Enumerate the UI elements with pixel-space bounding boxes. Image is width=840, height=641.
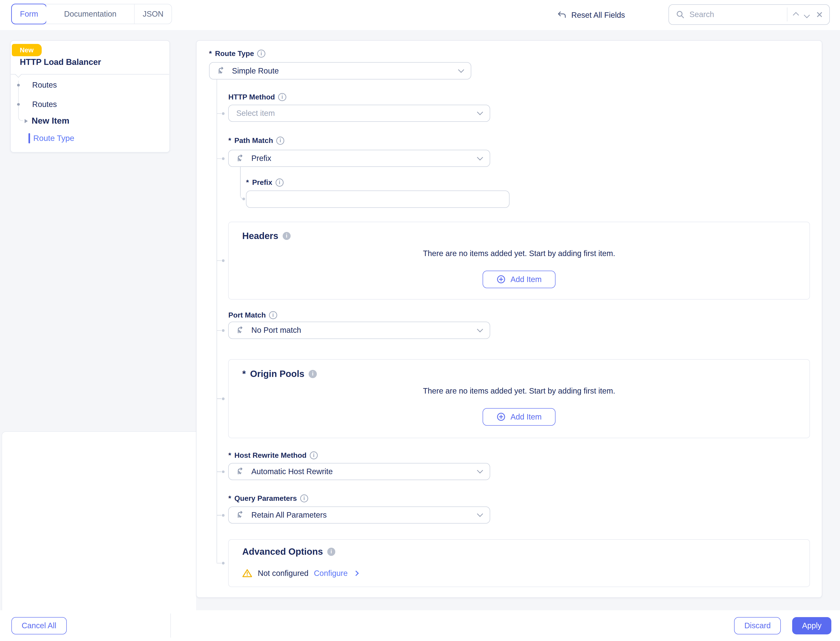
connector-dot bbox=[222, 157, 225, 160]
tab-documentation[interactable]: Documentation bbox=[46, 4, 134, 24]
chevron-down-icon bbox=[458, 67, 464, 73]
search-prev-button[interactable] bbox=[793, 8, 799, 20]
info-icon[interactable] bbox=[300, 494, 308, 502]
new-badge: New bbox=[12, 44, 42, 56]
info-icon[interactable] bbox=[327, 548, 335, 556]
sidebar-item-new-item[interactable]: New Item bbox=[32, 116, 69, 126]
collapse-notch-icon bbox=[15, 71, 22, 77]
chevron-up-icon bbox=[793, 12, 799, 18]
connector-stub bbox=[216, 158, 221, 159]
add-item-button[interactable]: Add Item bbox=[483, 271, 556, 288]
label-text: Query Parameters bbox=[234, 494, 297, 502]
connector-stub bbox=[216, 330, 221, 331]
sidebar-item-routes-1[interactable]: Routes bbox=[32, 81, 57, 89]
tab-json[interactable]: JSON bbox=[134, 4, 171, 24]
connector-stub bbox=[216, 472, 221, 472]
search-icon bbox=[676, 10, 685, 19]
route-branch-icon bbox=[217, 66, 226, 75]
label-text: HTTP Method bbox=[228, 93, 275, 101]
chevron-right-icon bbox=[353, 570, 359, 576]
connector-dot bbox=[222, 562, 225, 565]
route-type-select[interactable]: Simple Route bbox=[209, 62, 471, 79]
http-method-label: HTTP Method bbox=[228, 92, 286, 102]
footer-divider bbox=[170, 614, 171, 638]
selected-item-bar bbox=[29, 133, 30, 143]
required-marker: * bbox=[228, 451, 231, 460]
origin-pools-empty-text: There are no items added yet. Start by a… bbox=[229, 387, 809, 395]
connector-stub bbox=[216, 113, 221, 114]
sidebar-item-routes-2[interactable]: Routes bbox=[32, 100, 57, 109]
required-marker: * bbox=[228, 136, 231, 145]
info-icon[interactable] bbox=[276, 179, 284, 187]
section-title-text: Advanced Options bbox=[242, 546, 323, 557]
http-method-select[interactable]: Select item bbox=[228, 105, 490, 122]
required-marker: * bbox=[228, 494, 231, 502]
connector-dot bbox=[222, 329, 225, 332]
tab-form[interactable]: Form bbox=[11, 4, 47, 24]
connector-stub bbox=[216, 260, 221, 261]
undo-icon bbox=[557, 11, 567, 19]
route-branch-icon bbox=[236, 154, 245, 163]
search-box bbox=[669, 4, 830, 25]
arrow-right-icon bbox=[24, 119, 28, 123]
search-divider bbox=[787, 8, 787, 21]
host-rewrite-value: Automatic Host Rewrite bbox=[252, 467, 333, 476]
section-title-text: Headers bbox=[242, 231, 278, 241]
info-icon[interactable] bbox=[257, 50, 265, 58]
connector-dot bbox=[222, 514, 225, 517]
advanced-options-title: Advanced Options bbox=[242, 546, 335, 557]
info-icon[interactable] bbox=[283, 232, 291, 240]
discard-button[interactable]: Discard bbox=[734, 617, 781, 635]
query-parameters-select[interactable]: Retain All Parameters bbox=[228, 506, 490, 524]
host-rewrite-label: * Host Rewrite Method bbox=[228, 450, 318, 461]
cancel-all-button[interactable]: Cancel All bbox=[11, 617, 67, 635]
bullet-dot-icon bbox=[17, 103, 20, 106]
path-match-value: Prefix bbox=[252, 154, 271, 163]
path-match-label: * Path Match bbox=[228, 135, 284, 146]
path-match-select[interactable]: Prefix bbox=[228, 150, 490, 167]
search-next-button[interactable] bbox=[804, 8, 810, 20]
sidebar-item-route-type[interactable]: Route Type bbox=[33, 134, 74, 143]
origin-pools-title: * Origin Pools bbox=[242, 369, 317, 379]
top-toolbar: Form Documentation JSON Reset All Fields bbox=[0, 0, 840, 30]
port-match-value: No Port match bbox=[252, 326, 301, 335]
headers-empty-text: There are no items added yet. Start by a… bbox=[229, 249, 809, 258]
reset-all-fields-button[interactable]: Reset All Fields bbox=[557, 0, 625, 30]
advanced-options-section: Advanced Options Not configured Configur… bbox=[228, 539, 810, 587]
add-item-button[interactable]: Add Item bbox=[483, 408, 556, 426]
connector-dot bbox=[222, 470, 225, 473]
info-icon[interactable] bbox=[310, 451, 318, 459]
connector-stub bbox=[216, 563, 221, 564]
info-icon[interactable] bbox=[276, 137, 284, 145]
search-input[interactable] bbox=[690, 10, 785, 19]
connector-dot bbox=[222, 398, 225, 400]
left-background-panel bbox=[2, 432, 196, 641]
tree-connector-elbow bbox=[18, 114, 23, 121]
apply-button[interactable]: Apply bbox=[792, 617, 831, 635]
configure-link[interactable]: Configure bbox=[314, 569, 347, 578]
host-rewrite-select[interactable]: Automatic Host Rewrite bbox=[228, 463, 490, 480]
route-branch-icon bbox=[236, 326, 245, 335]
label-text: Host Rewrite Method bbox=[234, 451, 307, 460]
view-tab-group: Form Documentation JSON bbox=[11, 4, 172, 24]
required-marker: * bbox=[242, 369, 246, 379]
close-icon[interactable] bbox=[817, 11, 823, 18]
label-text: Route Type bbox=[215, 49, 254, 58]
route-type-value: Simple Route bbox=[232, 66, 279, 75]
form-panel: * Route Type Simple Route HTTP Method Se… bbox=[196, 40, 822, 598]
chevron-down-icon bbox=[477, 326, 483, 332]
info-icon[interactable] bbox=[309, 370, 317, 378]
prefix-label: * Prefix bbox=[246, 177, 284, 188]
headers-section: Headers There are no items added yet. St… bbox=[228, 222, 810, 300]
headers-title: Headers bbox=[242, 231, 291, 241]
info-icon[interactable] bbox=[278, 93, 286, 101]
info-icon[interactable] bbox=[269, 311, 277, 319]
port-match-select[interactable]: No Port match bbox=[228, 322, 490, 339]
label-text: Path Match bbox=[234, 136, 273, 145]
add-item-label: Add Item bbox=[510, 275, 542, 284]
prefix-input[interactable] bbox=[246, 190, 509, 208]
required-marker: * bbox=[209, 49, 212, 58]
label-text: Port Match bbox=[228, 311, 266, 319]
section-title-text: Origin Pools bbox=[250, 369, 304, 379]
warning-icon bbox=[242, 569, 252, 578]
